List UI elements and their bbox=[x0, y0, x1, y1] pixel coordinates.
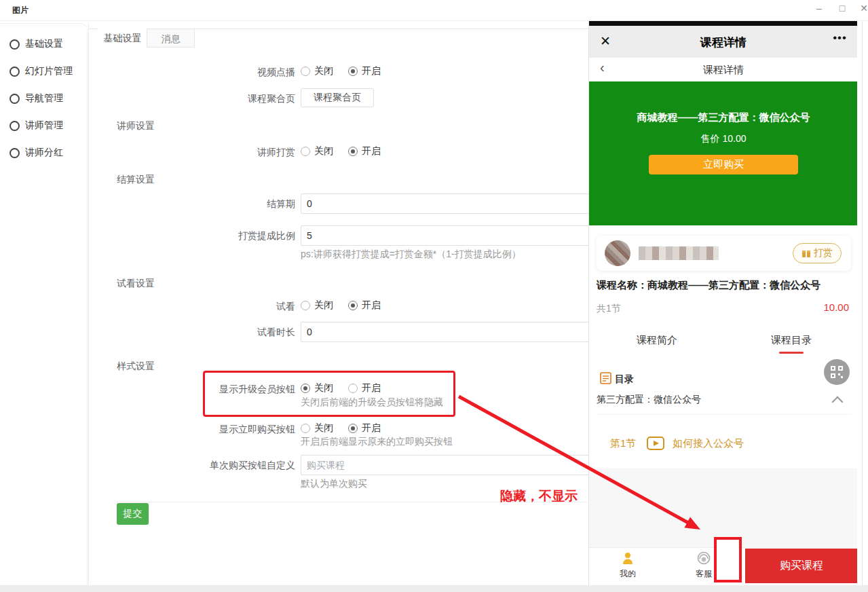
settlement-period-input[interactable] bbox=[301, 193, 597, 214]
annotation-box-hidden-slot bbox=[714, 537, 742, 582]
content-spacer bbox=[589, 468, 857, 547]
video-play-icon bbox=[647, 437, 664, 450]
radio-icon bbox=[301, 301, 310, 310]
aggregate-page-button[interactable]: 课程聚合页 bbox=[301, 88, 374, 107]
section-style: 样式设置 bbox=[117, 360, 155, 373]
sidebar-item-slides[interactable]: 幻灯片管理 bbox=[10, 64, 73, 78]
radio-on[interactable]: 开启 bbox=[348, 299, 381, 312]
radio-icon bbox=[301, 384, 310, 393]
circle-icon bbox=[10, 67, 20, 77]
active-tab-underline bbox=[779, 352, 804, 354]
minimize-button[interactable]: – bbox=[811, 3, 827, 14]
lesson-title[interactable]: 如何接入公众号 bbox=[673, 437, 744, 450]
sidebar-item-basic-settings[interactable]: 基础设置 bbox=[10, 37, 63, 51]
radio-off[interactable]: 关闭 bbox=[301, 422, 333, 434]
tab-message[interactable]: 消息 bbox=[147, 29, 195, 48]
show-buynow-label: 显示立即购买按钮 bbox=[132, 424, 295, 436]
maximize-button[interactable]: □ bbox=[834, 3, 850, 14]
scrollbar-track[interactable] bbox=[858, 20, 868, 585]
app-header: ‹ 课程详情 bbox=[589, 58, 857, 81]
trial-label: 试看 bbox=[132, 301, 295, 313]
reward-ratio-hint: ps:讲师获得打赏提成=打赏金额*（1-打赏提成比例） bbox=[301, 248, 521, 261]
reward-button[interactable]: 打赏 bbox=[793, 243, 842, 263]
section-settlement: 结算设置 bbox=[117, 174, 155, 186]
video-ondemand-label: 视频点播 bbox=[132, 67, 295, 79]
aggregate-page-label: 课程聚合页 bbox=[132, 93, 295, 105]
buy-now-button[interactable]: 立即购买 bbox=[649, 155, 798, 174]
trial-radios: 关闭 开启 bbox=[301, 299, 396, 312]
trial-duration-label: 试看时长 bbox=[132, 327, 295, 339]
custom-buy-label: 单次购买按钮自定义 bbox=[132, 460, 295, 472]
show-upgrade-label: 显示升级会员按钮 bbox=[132, 384, 295, 396]
radio-off[interactable]: 关闭 bbox=[301, 382, 333, 394]
radio-icon bbox=[348, 147, 358, 156]
qr-code-icon bbox=[831, 366, 843, 378]
radio-on[interactable]: 开启 bbox=[348, 65, 381, 77]
section-trial: 试看设置 bbox=[117, 278, 155, 290]
course-price: 10.00 bbox=[823, 301, 849, 313]
phone-preview: ✕ 课程详情 ••• ‹ 课程详情 商城教程——第三方配置：微信公众号 售价 1… bbox=[588, 20, 857, 585]
lesson-number: 第1节 bbox=[610, 437, 636, 450]
circle-icon bbox=[10, 121, 20, 131]
person-icon bbox=[621, 551, 635, 565]
buy-course-button[interactable]: 购买课程 bbox=[745, 549, 857, 583]
reward-ratio-input[interactable] bbox=[301, 225, 597, 246]
settlement-period-label: 结算期 bbox=[132, 198, 295, 210]
radio-icon bbox=[301, 147, 310, 156]
section-lecturer-settings: 讲师设置 bbox=[117, 120, 155, 132]
tabbar-item-mine[interactable]: 我的 bbox=[607, 551, 648, 580]
qr-code-button[interactable] bbox=[824, 359, 850, 385]
submit-button[interactable]: 提交 bbox=[117, 503, 149, 525]
sidebar-divider bbox=[88, 23, 89, 585]
show-buynow-radios: 关闭 开启 bbox=[301, 422, 396, 434]
wechat-more-icon[interactable]: ••• bbox=[833, 31, 847, 45]
radio-off[interactable]: 关闭 bbox=[301, 145, 333, 158]
radio-on[interactable]: 开启 bbox=[348, 145, 381, 158]
reward-ratio-label: 打赏提成比例 bbox=[132, 230, 295, 242]
app-header-title: 课程详情 bbox=[589, 64, 857, 77]
sidebar-item-dividend[interactable]: 讲师分红 bbox=[10, 146, 63, 160]
tab-course-catalog[interactable]: 课程目录 bbox=[751, 334, 832, 347]
custom-buy-hint: 默认为单次购买 bbox=[301, 478, 367, 490]
gift-icon bbox=[801, 248, 811, 258]
radio-icon bbox=[301, 424, 310, 433]
wechat-navbar: ✕ 课程详情 ••• bbox=[589, 26, 857, 58]
chevron-up-icon[interactable] bbox=[832, 396, 844, 408]
blurred-username bbox=[639, 246, 719, 260]
document-icon bbox=[600, 372, 611, 384]
page-bottom-strip bbox=[0, 585, 868, 592]
window-titlebar: 图片 – □ ✕ bbox=[0, 0, 868, 21]
sidebar-item-navigation[interactable]: 导航管理 bbox=[10, 92, 63, 105]
tab-course-intro[interactable]: 课程简介 bbox=[616, 334, 698, 347]
radio-icon bbox=[348, 384, 358, 393]
close-button[interactable]: ✕ bbox=[856, 3, 868, 14]
chapter-row[interactable]: 第三方配置：微信公众号 bbox=[597, 394, 701, 406]
show-upgrade-hint: 关闭后前端的升级会员按钮将隐藏 bbox=[301, 396, 443, 409]
radio-icon bbox=[348, 301, 358, 310]
lesson-count: 共1节 bbox=[597, 303, 621, 315]
sidebar: 基础设置 幻灯片管理 导航管理 讲师管理 讲师分红 bbox=[0, 23, 88, 585]
hero-price: 售价 10.00 bbox=[589, 133, 857, 145]
custom-buy-input[interactable] bbox=[301, 455, 597, 475]
radio-off[interactable]: 关闭 bbox=[301, 65, 333, 77]
wechat-nav-title: 课程详情 bbox=[589, 35, 857, 50]
show-upgrade-radios: 关闭 开启 bbox=[301, 382, 396, 394]
radio-on[interactable]: 开启 bbox=[348, 382, 381, 394]
circle-icon bbox=[10, 148, 20, 158]
circle-icon bbox=[10, 94, 20, 104]
hairline bbox=[597, 414, 851, 415]
radio-icon bbox=[348, 67, 358, 76]
lecturer-reward-label: 讲师打赏 bbox=[132, 147, 295, 159]
trial-duration-input[interactable] bbox=[301, 322, 597, 342]
window-title: 图片 bbox=[12, 5, 29, 16]
headset-icon bbox=[697, 551, 711, 565]
radio-on[interactable]: 开启 bbox=[348, 422, 381, 434]
circle-icon bbox=[10, 39, 20, 50]
phone-status-bar bbox=[589, 20, 857, 26]
catalog-title: 目录 bbox=[615, 373, 634, 386]
tab-basic-settings[interactable]: 基础设置 bbox=[98, 29, 147, 48]
course-name-line: 课程名称：商城教程——第三方配置：微信公众号 bbox=[597, 279, 851, 292]
sidebar-item-lecturers[interactable]: 讲师管理 bbox=[10, 119, 63, 132]
show-buynow-hint: 开启后前端显示原来的立即购买按钮 bbox=[301, 436, 453, 448]
radio-off[interactable]: 关闭 bbox=[301, 299, 333, 312]
